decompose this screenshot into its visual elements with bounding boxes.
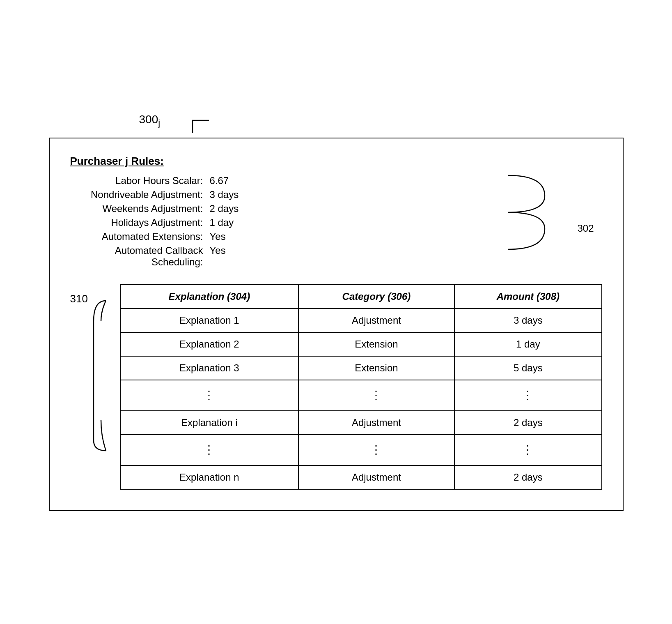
rule-label-3: Holidays Adjustment:	[70, 217, 210, 228]
cell-amount: 3 days	[454, 309, 601, 332]
rules-title: Purchaser j Rules:	[70, 155, 164, 168]
cell-explanation: Explanation 2	[120, 332, 298, 356]
col-header-amount: Amount (308)	[454, 285, 601, 309]
rule-value-2: 2 days	[210, 203, 259, 214]
cell-category: Extension	[298, 332, 455, 356]
table-row: Explanation 3 Extension 5 days	[120, 356, 602, 380]
table-row: Explanation n Adjustment 2 days	[120, 465, 602, 489]
dots-cell: ⋮	[120, 435, 298, 465]
cell-category: Extension	[298, 356, 455, 380]
cell-amount: 1 day	[454, 332, 601, 356]
rule-label-4: Automated Extensions:	[70, 231, 210, 242]
dots-row: ⋮ ⋮ ⋮	[120, 380, 602, 411]
rules-section: Purchaser j Rules: Labor Hours Scalar: 6…	[70, 155, 602, 268]
dots-cell: ⋮	[454, 380, 601, 411]
dots-cell: ⋮	[298, 435, 455, 465]
cell-amount: 2 days	[454, 465, 601, 489]
rule-value-5: Yes	[210, 245, 259, 268]
cell-category: Adjustment	[298, 465, 455, 489]
dots-cell: ⋮	[298, 380, 455, 411]
cell-amount: 2 days	[454, 411, 601, 435]
rule-label-0: Labor Hours Scalar:	[70, 175, 210, 187]
rule-value-0: 6.67	[210, 175, 259, 187]
dots-cell: ⋮	[120, 380, 298, 411]
rule-label-5: Automated Callback Scheduling:	[70, 245, 210, 268]
dots-cell: ⋮	[454, 435, 601, 465]
outer-box: Purchaser j Rules: Labor Hours Scalar: 6…	[49, 138, 624, 511]
rule-value-1: 3 days	[210, 189, 259, 200]
label-302: 302	[577, 223, 594, 234]
col-header-explanation: Explanation (304)	[120, 285, 298, 309]
table-row: Explanation 2 Extension 1 day	[120, 332, 602, 356]
table-row: Explanation i Adjustment 2 days	[120, 411, 602, 435]
data-table: Explanation (304) Category (306) Amount …	[120, 284, 602, 490]
rule-label-1: Nondriveable Adjustment:	[70, 189, 210, 200]
rule-label-2: Weekends Adjustment:	[70, 203, 210, 214]
table-section: 310 Explanati	[70, 284, 602, 490]
bracket-300-svg	[188, 116, 221, 138]
diagram-page: 300j Purchaser j Rules: Labor Hours Scal…	[49, 113, 624, 511]
bracket-310-svg	[89, 288, 110, 454]
cell-amount: 5 days	[454, 356, 601, 380]
col-header-category: Category (306)	[298, 285, 455, 309]
cell-explanation: Explanation 3	[120, 356, 298, 380]
rules-grid: Labor Hours Scalar: 6.67 Nondriveable Ad…	[70, 175, 259, 268]
dots-row: ⋮ ⋮ ⋮	[120, 435, 602, 465]
cell-category: Adjustment	[298, 309, 455, 332]
label-300: 300j	[139, 113, 161, 129]
cell-explanation: Explanation 1	[120, 309, 298, 332]
table-row: Explanation 1 Adjustment 3 days	[120, 309, 602, 332]
cell-category: Adjustment	[298, 411, 455, 435]
cell-explanation: Explanation i	[120, 411, 298, 435]
label-310: 310	[70, 292, 88, 305]
table-header-row: Explanation (304) Category (306) Amount …	[120, 285, 602, 309]
rule-value-3: 1 day	[210, 217, 259, 228]
cell-explanation: Explanation n	[120, 465, 298, 489]
bracket-302-svg	[495, 171, 578, 255]
rule-value-4: Yes	[210, 231, 259, 242]
